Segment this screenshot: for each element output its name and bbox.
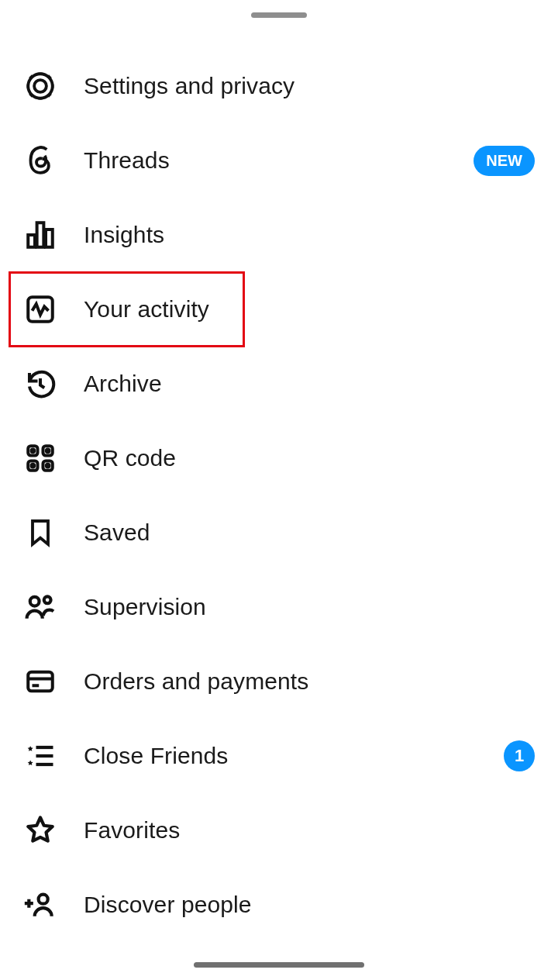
drag-handle[interactable] xyxy=(251,12,307,18)
svg-rect-16 xyxy=(28,672,53,692)
svg-rect-3 xyxy=(37,223,44,247)
menu-item-insights[interactable]: Insights xyxy=(23,198,535,272)
qr-code-icon xyxy=(23,441,57,475)
menu-item-label: Discover people xyxy=(84,892,535,918)
menu-list: Settings and privacy Threads NEW Insight… xyxy=(0,49,558,942)
svg-point-13 xyxy=(46,464,50,468)
svg-point-22 xyxy=(39,895,48,904)
home-indicator[interactable] xyxy=(194,962,364,968)
menu-item-label: QR code xyxy=(84,445,535,471)
count-badge: 1 xyxy=(504,740,535,771)
family-icon xyxy=(23,590,57,624)
menu-item-favorites[interactable]: Favorites xyxy=(23,793,535,868)
new-badge: NEW xyxy=(474,146,535,176)
menu-item-qr-code[interactable]: QR code xyxy=(23,421,535,495)
menu-item-label: Favorites xyxy=(84,817,535,844)
gear-icon xyxy=(23,69,57,103)
activity-icon xyxy=(23,292,57,326)
menu-item-supervision[interactable]: Supervision xyxy=(23,570,535,644)
svg-point-11 xyxy=(32,464,35,468)
threads-icon xyxy=(23,143,57,178)
menu-item-label: Supervision xyxy=(84,594,535,620)
credit-card-icon xyxy=(23,664,57,699)
menu-item-label: Threads xyxy=(84,147,447,174)
svg-point-7 xyxy=(32,450,35,453)
svg-rect-4 xyxy=(46,229,53,247)
menu-item-label: Settings and privacy xyxy=(84,73,535,99)
svg-point-0 xyxy=(28,74,53,98)
svg-point-9 xyxy=(46,450,50,453)
menu-item-archive[interactable]: Archive xyxy=(23,347,535,421)
add-person-icon xyxy=(23,888,57,922)
bar-chart-icon xyxy=(23,218,57,252)
star-list-icon xyxy=(23,739,57,773)
menu-item-your-activity[interactable]: Your activity xyxy=(9,272,244,347)
svg-rect-2 xyxy=(28,235,35,247)
menu-item-label: Saved xyxy=(84,519,535,546)
history-icon xyxy=(23,367,57,401)
menu-item-settings-privacy[interactable]: Settings and privacy xyxy=(23,49,535,123)
svg-point-1 xyxy=(34,80,46,92)
star-icon xyxy=(23,813,57,847)
menu-item-discover-people[interactable]: Discover people xyxy=(23,868,535,942)
menu-item-close-friends[interactable]: Close Friends 1 xyxy=(23,719,535,793)
bottom-sheet: Settings and privacy Threads NEW Insight… xyxy=(0,0,558,980)
svg-point-15 xyxy=(44,596,51,603)
menu-item-label: Orders and payments xyxy=(84,668,535,695)
menu-item-label: Insights xyxy=(84,222,535,248)
menu-item-label: Close Friends xyxy=(84,743,477,769)
svg-point-14 xyxy=(30,597,40,606)
menu-item-orders-payments[interactable]: Orders and payments xyxy=(23,644,535,719)
menu-item-threads[interactable]: Threads NEW xyxy=(23,123,535,198)
menu-item-label: Archive xyxy=(84,371,535,397)
menu-item-label: Your activity xyxy=(84,296,244,323)
bookmark-icon xyxy=(23,516,57,550)
menu-item-saved[interactable]: Saved xyxy=(23,495,535,570)
